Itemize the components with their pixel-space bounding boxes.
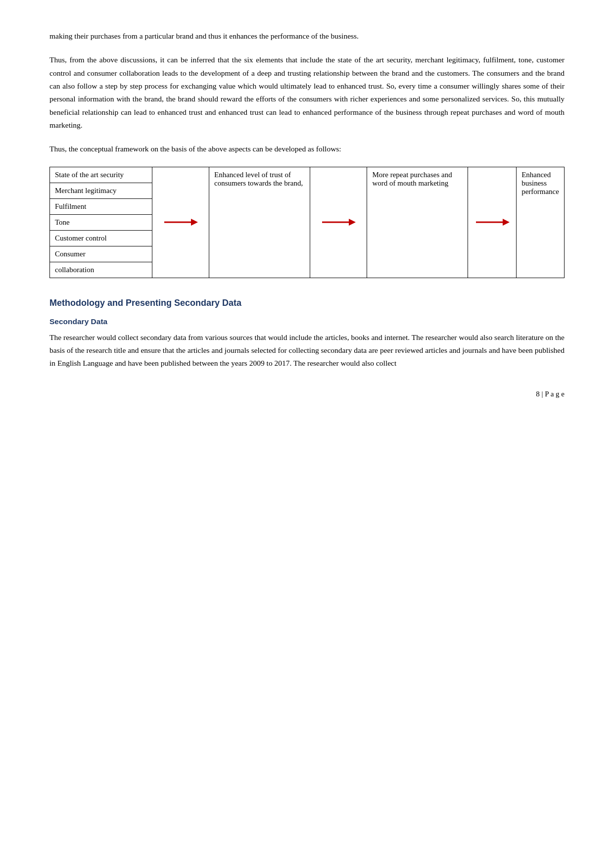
- subsection-heading-secondary-data: Secondary Data: [49, 317, 565, 326]
- factor-customer-control: Customer control: [55, 234, 107, 242]
- svg-marker-3: [349, 219, 356, 226]
- repeat-text: More repeat purchases and word of mouth …: [372, 171, 452, 187]
- factor-fulfilment: Fulfilment: [55, 202, 86, 210]
- table-cell-more-repeat: More repeat purchases and word of mouth …: [367, 167, 468, 278]
- svg-marker-5: [503, 219, 510, 226]
- table-cell-state-art: State of the art security: [50, 167, 152, 183]
- table-cell-tone: Tone: [50, 214, 152, 230]
- table-cell-collaboration: collaboration: [50, 262, 152, 278]
- paragraph-2: Thus, from the above discussions, it can…: [49, 53, 565, 132]
- table-cell-merchant: Merchant legitimacy: [50, 183, 152, 198]
- paragraph-4: The researcher would collect secondary d…: [49, 331, 565, 370]
- factor-state-art: State of the art security: [55, 171, 124, 179]
- table-cell-fulfilment: Fulfilment: [50, 198, 152, 214]
- factor-merchant: Merchant legitimacy: [55, 187, 117, 194]
- svg-marker-1: [191, 219, 198, 226]
- factor-consumer: Consumer: [55, 250, 86, 258]
- arrow-1: [152, 167, 209, 278]
- factor-tone: Tone: [55, 218, 70, 226]
- arrow-3: [468, 167, 516, 278]
- factor-collaboration: collaboration: [55, 266, 94, 274]
- paragraph-3: Thus, the conceptual framework on the ba…: [49, 143, 565, 155]
- table-cell-enhanced-business: Enhanced business performance: [517, 167, 565, 278]
- table-cell-customer-control: Customer control: [50, 230, 152, 246]
- page-number: 8 | P a g e: [49, 390, 565, 398]
- table-cell-enhanced-trust: Enhanced level of trust of consumers tow…: [209, 167, 310, 278]
- trust-text: Enhanced level of trust of consumers tow…: [214, 171, 303, 187]
- conceptual-framework-table: State of the art security Enhanced level…: [49, 167, 565, 278]
- arrow-2: [310, 167, 367, 278]
- table-cell-consumer: Consumer: [50, 246, 152, 262]
- section-heading-methodology: Methodology and Presenting Secondary Dat…: [49, 298, 565, 308]
- paragraph-1: making their purchases from a particular…: [49, 30, 565, 43]
- business-text: Enhanced business performance: [521, 171, 559, 195]
